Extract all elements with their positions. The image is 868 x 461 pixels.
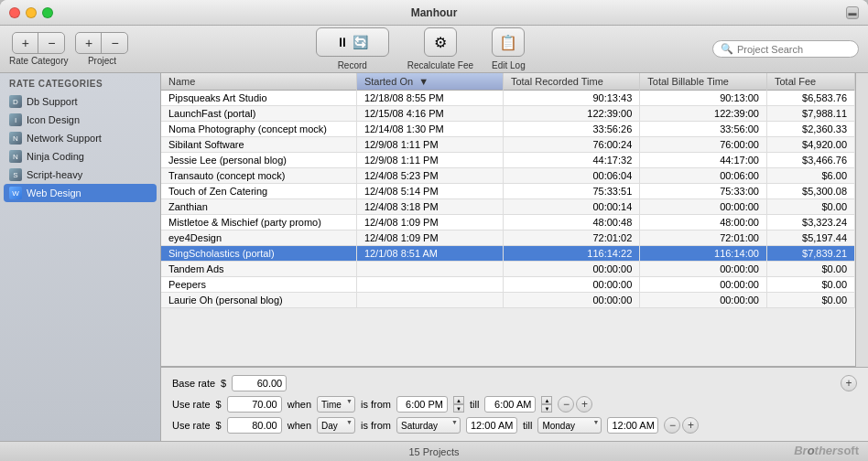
table-row[interactable]: Zanthian 12/4/08 3:18 PM 00:00:14 00:00:…	[161, 199, 855, 215]
cell-fee: $5,197.44	[766, 230, 854, 246]
sidebar-item-db-support[interactable]: D Db Support	[0, 92, 160, 111]
rate-category-controls: + − Rate Category	[9, 32, 68, 66]
from-time-input-2[interactable]	[466, 417, 517, 434]
edit-log-button[interactable]: 📋	[492, 27, 525, 57]
window-zoom-button[interactable]: ▬	[846, 6, 859, 19]
projects-table: Name Started On ▼ Total Recorded Time To…	[161, 73, 855, 308]
condition-type-select-1[interactable]: Time Day	[317, 396, 355, 413]
col-recorded[interactable]: Total Recorded Time	[503, 73, 639, 91]
sidebar-item-ninja-coding[interactable]: N Ninja Coding	[0, 147, 160, 166]
col-started[interactable]: Started On ▼	[356, 73, 503, 91]
is-from-label-1: is from	[361, 399, 391, 410]
use-rate-row-1: Use rate $ when Time Day is from ▲ ▼	[172, 396, 857, 413]
table-row[interactable]: SingScholastics (portal) 12/1/08 8:51 AM…	[161, 246, 855, 262]
table-row[interactable]: Peepers 00:00:00 00:00:00 $0.00	[161, 277, 855, 293]
maximize-button[interactable]	[42, 7, 53, 18]
table-row[interactable]: Pipsqueaks Art Studio 12/18/08 8:55 PM 9…	[161, 91, 855, 106]
to-day-select[interactable]: Monday Sunday Saturday	[537, 417, 602, 434]
table-row[interactable]: Mistletoe & Mischief (party promo) 12/4/…	[161, 215, 855, 230]
col-name[interactable]: Name	[161, 73, 356, 91]
from-time-stepper-1[interactable]: ▲ ▼	[453, 396, 464, 413]
cell-started: 12/9/08 1:11 PM	[356, 153, 503, 168]
to-time-input-2[interactable]	[607, 417, 658, 434]
stepper-up[interactable]: ▲	[453, 396, 464, 404]
sidebar-item-script-heavy[interactable]: S Script-heavy	[0, 166, 160, 184]
titlebar: Manhour ▬	[0, 0, 868, 26]
table-row[interactable]: Transauto (concept mock) 12/4/08 5:23 PM…	[161, 168, 855, 184]
recalculate-button[interactable]: ⚙	[424, 27, 457, 57]
recalculate-icon: ⚙	[434, 34, 447, 51]
search-input[interactable]	[737, 44, 847, 55]
cell-billable: 72:01:00	[640, 230, 767, 246]
use-rate-label-1: Use rate	[172, 399, 211, 410]
status-bar: 15 Projects Brothersoft	[0, 441, 868, 461]
from-day-select[interactable]: Saturday Sunday Monday	[396, 417, 461, 434]
cell-started: 12/15/08 4:16 PM	[356, 106, 503, 122]
till-label-1: till	[470, 399, 479, 410]
table-row[interactable]: eye4Design 12/4/08 1:09 PM 72:01:02 72:0…	[161, 230, 855, 246]
when-label-2: when	[288, 420, 311, 431]
to-time-input-1[interactable]	[484, 396, 536, 413]
till-label-2: till	[523, 420, 532, 431]
add-rate-rule-1-button[interactable]: +	[576, 396, 592, 413]
add-rate-rule-2-button[interactable]: +	[682, 417, 699, 434]
table-row[interactable]: LaunchFast (portal) 12/15/08 4:16 PM 122…	[161, 106, 855, 122]
base-rate-row: Base rate $ +	[172, 375, 857, 391]
cell-fee: $6,583.76	[766, 91, 854, 106]
sidebar-item-network-support[interactable]: N Network Support	[0, 129, 160, 147]
table-row[interactable]: Tandem Ads 00:00:00 00:00:00 $0.00	[161, 262, 855, 277]
watermark: Brothersoft	[794, 444, 859, 457]
table-row[interactable]: Sibilant Software 12/9/08 1:11 PM 76:00:…	[161, 137, 855, 153]
use-rate-input-1[interactable]	[227, 396, 282, 413]
remove-rate-rule-2-button[interactable]: −	[664, 417, 680, 434]
close-button[interactable]	[9, 7, 20, 18]
cell-recorded: 75:33:51	[503, 184, 639, 199]
record-button[interactable]: ⏸ 🔄	[316, 27, 389, 57]
stepper-up[interactable]: ▲	[541, 396, 552, 404]
add-rate-category-button[interactable]: +	[13, 33, 38, 53]
web-design-icon: W	[9, 187, 22, 199]
recalculate-label: Recalculate Fee	[407, 60, 473, 70]
cell-fee: $0.00	[766, 293, 854, 308]
search-box[interactable]: 🔍	[712, 40, 859, 58]
add-project-button[interactable]: +	[76, 33, 102, 53]
cell-billable: 90:13:00	[640, 91, 767, 106]
cell-recorded: 00:06:04	[503, 168, 639, 184]
table-row[interactable]: Noma Photography (concept mock) 12/14/08…	[161, 122, 855, 137]
sidebar: RATE CATEGORIES D Db Support I Icon Desi…	[0, 73, 161, 441]
cell-started	[356, 293, 503, 308]
remove-rate-category-button[interactable]: −	[38, 33, 64, 53]
sidebar-item-icon-design[interactable]: I Icon Design	[0, 111, 160, 129]
use-rate-input-2[interactable]	[227, 417, 282, 434]
cell-recorded: 00:00:14	[503, 199, 639, 215]
pause-icon: ⏸	[336, 35, 349, 49]
sidebar-item-label: Icon Design	[27, 114, 80, 125]
table-row[interactable]: Touch of Zen Catering 12/4/08 5:14 PM 75…	[161, 184, 855, 199]
remove-rate-rule-1-button[interactable]: −	[558, 396, 574, 413]
table-row[interactable]: Laurie Oh (personal blog) 00:00:00 00:00…	[161, 293, 855, 308]
projects-table-container[interactable]: Name Started On ▼ Total Recorded Time To…	[161, 73, 855, 367]
from-time-input-1[interactable]	[396, 396, 448, 413]
currency-symbol-2: $	[216, 420, 222, 431]
cell-started: 12/4/08 5:23 PM	[356, 168, 503, 184]
minimize-button[interactable]	[26, 7, 37, 18]
stepper-down[interactable]: ▼	[541, 404, 552, 413]
remove-project-button[interactable]: −	[102, 33, 127, 53]
stepper-down[interactable]: ▼	[453, 404, 464, 413]
table-scrollbar[interactable]	[855, 73, 868, 367]
table-row[interactable]: Jessie Lee (personal blog) 12/9/08 1:11 …	[161, 153, 855, 168]
rate-row-2-actions: − +	[664, 417, 699, 434]
cell-name: Laurie Oh (personal blog)	[161, 293, 356, 308]
to-time-stepper-1[interactable]: ▲ ▼	[541, 396, 552, 413]
condition-type-select-2[interactable]: Day Time	[317, 417, 355, 434]
col-billable[interactable]: Total Billable Time	[640, 73, 767, 91]
record-icon: 🔄	[353, 35, 368, 49]
cell-started: 12/9/08 1:11 PM	[356, 137, 503, 153]
content-area: Name Started On ▼ Total Recorded Time To…	[161, 73, 868, 441]
col-fee[interactable]: Total Fee	[766, 73, 854, 91]
when-label-1: when	[288, 399, 311, 410]
sidebar-item-web-design[interactable]: W Web Design	[4, 184, 157, 202]
add-rate-rule-button[interactable]: +	[841, 375, 857, 391]
base-rate-input[interactable]	[232, 375, 287, 391]
cell-recorded: 48:00:48	[503, 215, 639, 230]
